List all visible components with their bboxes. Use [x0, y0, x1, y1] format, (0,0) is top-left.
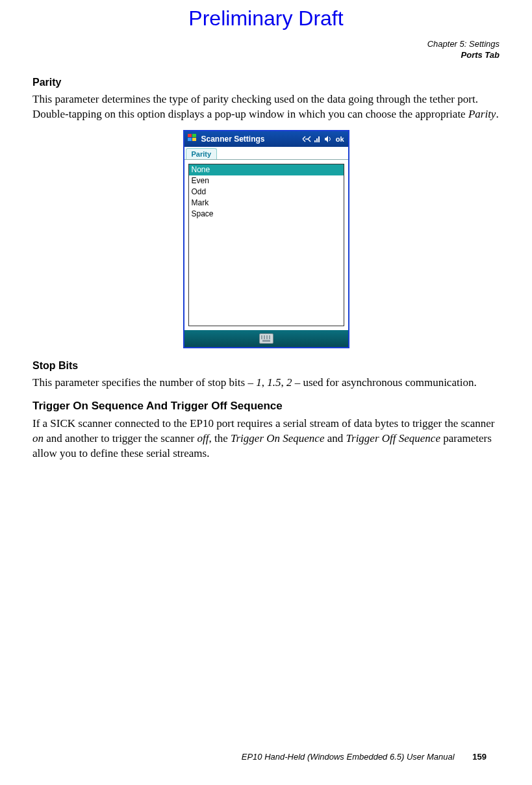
- dialog-body: None Even Odd Mark Space: [184, 160, 348, 330]
- heading-trigger: Trigger On Sequence And Trigger Off Sequ…: [32, 400, 500, 413]
- keyboard-icon[interactable]: [259, 333, 273, 344]
- connectivity-icon[interactable]: [302, 135, 311, 143]
- text: This parameter determines the type of pa…: [32, 93, 478, 120]
- volume-icon[interactable]: [324, 135, 332, 143]
- text: – used for asynchronous communication.: [292, 376, 476, 389]
- device-window: Scanner Settings ok Parity None Even: [183, 130, 349, 348]
- bottom-bar: [184, 330, 348, 347]
- manual-title: EP10 Hand-Held (Windows Embedded 6.5) Us…: [242, 752, 455, 762]
- system-tray: ok: [302, 135, 346, 143]
- svg-rect-5: [316, 138, 318, 142]
- parity-listbox[interactable]: None Even Odd Mark Space: [188, 164, 344, 326]
- list-item[interactable]: Odd: [189, 187, 344, 198]
- list-item[interactable]: Space: [189, 209, 344, 220]
- signal-icon[interactable]: [314, 135, 322, 143]
- text: .: [496, 108, 498, 120]
- page-number: 159: [472, 752, 487, 762]
- text-italic: Trigger Off Sequence: [346, 432, 440, 444]
- para-parity: This parameter determines the type of pa…: [32, 92, 500, 122]
- text: ,: [281, 376, 286, 389]
- svg-rect-0: [188, 134, 192, 137]
- heading-stop-bits: Stop Bits: [32, 360, 500, 372]
- list-item[interactable]: Even: [189, 175, 344, 187]
- text: ,: [262, 376, 268, 389]
- svg-rect-3: [192, 138, 196, 141]
- text-italic: 1.5: [267, 376, 281, 389]
- svg-rect-1: [192, 134, 196, 137]
- text: and another to trigger the scanner: [44, 432, 197, 444]
- svg-rect-6: [318, 136, 320, 142]
- para-trigger: If a SICK scanner connected to the EP10 …: [32, 417, 500, 461]
- text: , the: [209, 432, 231, 444]
- text-italic: on: [32, 432, 44, 444]
- titlebar: Scanner Settings ok: [184, 131, 348, 147]
- figure-scanner-settings: Scanner Settings ok Parity None Even: [32, 130, 500, 348]
- tab-parity[interactable]: Parity: [186, 148, 218, 159]
- tab-bar: Parity: [184, 147, 348, 160]
- text-italic: 1: [256, 376, 262, 389]
- chapter-label: Chapter 5: Settings: [427, 39, 500, 50]
- text-italic: off: [197, 432, 209, 444]
- list-item[interactable]: Mark: [189, 198, 344, 209]
- windows-flag-icon[interactable]: [187, 133, 197, 145]
- list-item[interactable]: None: [189, 164, 344, 175]
- svg-rect-2: [188, 138, 192, 141]
- section-label: Ports Tab: [427, 50, 500, 61]
- page-header: Chapter 5: Settings Ports Tab: [427, 39, 500, 61]
- text: If a SICK scanner connected to the EP10 …: [32, 417, 494, 430]
- text: This parameter specifies the number of s…: [32, 376, 256, 389]
- text-italic: Trigger On Sequence: [231, 432, 324, 444]
- para-stop-bits: This parameter specifies the number of s…: [32, 376, 500, 391]
- window-title: Scanner Settings: [201, 135, 298, 144]
- svg-rect-4: [314, 140, 316, 142]
- ok-button[interactable]: ok: [335, 135, 346, 143]
- heading-parity: Parity: [32, 77, 500, 88]
- page-footer: EP10 Hand-Held (Windows Embedded 6.5) Us…: [0, 752, 487, 762]
- draft-banner: Preliminary Draft: [0, 6, 532, 31]
- text-italic: Parity: [468, 108, 496, 120]
- text: and: [324, 432, 346, 444]
